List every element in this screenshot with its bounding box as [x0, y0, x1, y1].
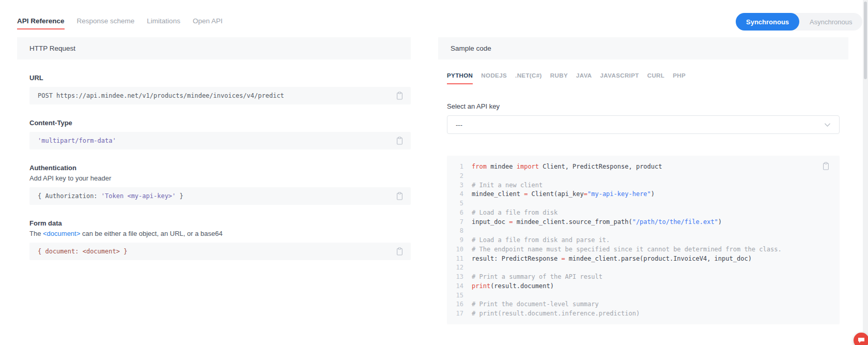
line-number: 13 — [452, 273, 463, 282]
copy-icon — [823, 162, 829, 170]
language-tab[interactable]: PYTHON — [447, 72, 473, 84]
line-number: 10 — [452, 245, 463, 254]
http-request-panel: HTTP Request URL POST https://api.mindee… — [17, 37, 411, 260]
api-key-selected-value: --- — [456, 121, 462, 129]
language-tab[interactable]: CURL — [647, 72, 665, 84]
document-link[interactable]: <document> — [43, 230, 80, 237]
code-line: 6# Load a file from disk — [452, 208, 831, 218]
code-editor: 1from mindee import Client, PredictRespo… — [447, 156, 840, 324]
chat-badge[interactable] — [854, 333, 868, 345]
code-line: 1from mindee import Client, PredictRespo… — [452, 162, 831, 172]
line-number: 9 — [452, 236, 463, 245]
sample-code-title: Sample code — [438, 37, 848, 59]
url-code: POST https://api.mindee.net/v1/products/… — [38, 92, 395, 99]
chat-icon — [858, 337, 865, 343]
line-number: 5 — [452, 199, 463, 208]
http-request-title: HTTP Request — [17, 37, 411, 59]
code-line: 5 — [452, 199, 831, 208]
authentication-code: { Authorization: 'Token <my-api-key>' } — [38, 192, 395, 200]
code-line: 9# Load a file from disk and parse it. — [452, 236, 831, 245]
form-data-code: { document: <document> } — [38, 248, 395, 255]
copy-icon — [396, 192, 403, 200]
form-data-label: Form data — [29, 219, 411, 227]
content-type-codebox: 'multipart/form-data' — [29, 132, 411, 149]
language-tab[interactable]: JAVASCRIPT — [600, 72, 639, 84]
language-tab[interactable]: RUBY — [550, 72, 568, 84]
doc-tab[interactable]: Limitations — [147, 17, 180, 29]
content-type-section: Content-Type 'multipart/form-data' — [29, 119, 411, 149]
code-line: 11result: PredictResponse = mindee_clien… — [452, 254, 831, 264]
code-line: 12 — [452, 263, 831, 273]
chevron-down-icon — [824, 123, 831, 127]
doc-nav: API ReferenceResponse schemeLimitationsO… — [17, 17, 223, 29]
line-number: 7 — [452, 218, 463, 227]
line-number: 1 — [452, 162, 463, 172]
line-number: 3 — [452, 181, 463, 190]
line-number: 2 — [452, 172, 463, 181]
code-line: 8 — [452, 227, 831, 236]
scrollbar-thumb[interactable] — [864, 2, 867, 79]
doc-tab[interactable]: Open API — [193, 17, 223, 29]
line-number: 15 — [452, 291, 463, 301]
line-number: 6 — [452, 208, 463, 218]
form-data-codebox: { document: <document> } — [29, 243, 411, 260]
url-codebox: POST https://api.mindee.net/v1/products/… — [29, 87, 411, 104]
line-number: 11 — [452, 254, 463, 264]
mode-option[interactable]: Synchronous — [736, 13, 799, 31]
authentication-codebox: { Authorization: 'Token <my-api-key>' } — [29, 187, 411, 205]
line-number: 14 — [452, 282, 463, 291]
sync-mode-toggle: SynchronousAsynchronous — [736, 13, 862, 31]
code-line: 4mindee_client = Client(api_key="my-api-… — [452, 190, 831, 199]
url-label: URL — [29, 74, 411, 82]
authentication-section: Authentication Add API key to your heade… — [29, 164, 411, 205]
url-section: URL POST https://api.mindee.net/v1/produ… — [29, 74, 411, 104]
language-tabs: PYTHONNODEJS.NET(C#)RUBYJAVAJAVASCRIPTCU… — [447, 72, 840, 84]
line-number: 4 — [452, 190, 463, 199]
code-line: 2 — [452, 172, 831, 181]
copy-button[interactable] — [822, 161, 830, 171]
doc-tab[interactable]: API Reference — [17, 17, 65, 29]
form-data-desc: The <document> can be either a file obje… — [29, 230, 411, 237]
code-line: 16# Print the document-level summary — [452, 300, 831, 309]
api-key-select[interactable]: --- — [447, 115, 840, 134]
line-number: 16 — [452, 300, 463, 309]
code-line: 14print(result.document) — [452, 282, 831, 291]
code-line: 15 — [452, 291, 831, 301]
copy-button[interactable] — [395, 136, 404, 146]
code-line: 7input_doc = mindee_client.source_from_p… — [452, 218, 831, 227]
copy-button[interactable] — [395, 246, 404, 257]
code-line: 3# Init a new client — [452, 181, 831, 190]
content-type-label: Content-Type — [29, 119, 411, 127]
line-number: 8 — [452, 227, 463, 236]
code-line: 10# The endpoint name must be specified … — [452, 245, 831, 254]
authentication-desc: Add API key to your header — [29, 174, 411, 182]
mode-option[interactable]: Asynchronous — [799, 13, 862, 31]
line-number: 17 — [452, 309, 463, 319]
language-tab[interactable]: JAVA — [576, 72, 592, 84]
language-tab[interactable]: PHP — [673, 72, 686, 84]
copy-icon — [396, 247, 403, 256]
copy-button[interactable] — [395, 191, 404, 201]
copy-button[interactable] — [395, 91, 404, 101]
scrollbar — [863, 0, 868, 345]
language-tab[interactable]: NODEJS — [481, 72, 507, 84]
api-key-label: Select an API key — [447, 102, 840, 110]
sample-code-panel: Sample code PYTHONNODEJS.NET(C#)RUBYJAVA… — [438, 37, 848, 324]
copy-icon — [396, 137, 403, 145]
doc-tab[interactable]: Response scheme — [77, 17, 135, 29]
code-line: 17# print(result.document.inference.pred… — [452, 309, 831, 319]
form-data-section: Form data The <document> can be either a… — [29, 219, 411, 260]
authentication-label: Authentication — [29, 164, 411, 172]
language-tab[interactable]: .NET(C#) — [515, 72, 542, 84]
content-type-code: 'multipart/form-data' — [38, 137, 395, 144]
code-line: 13# Print a summary of the API result — [452, 273, 831, 282]
copy-icon — [396, 92, 403, 100]
line-number: 12 — [452, 263, 463, 273]
